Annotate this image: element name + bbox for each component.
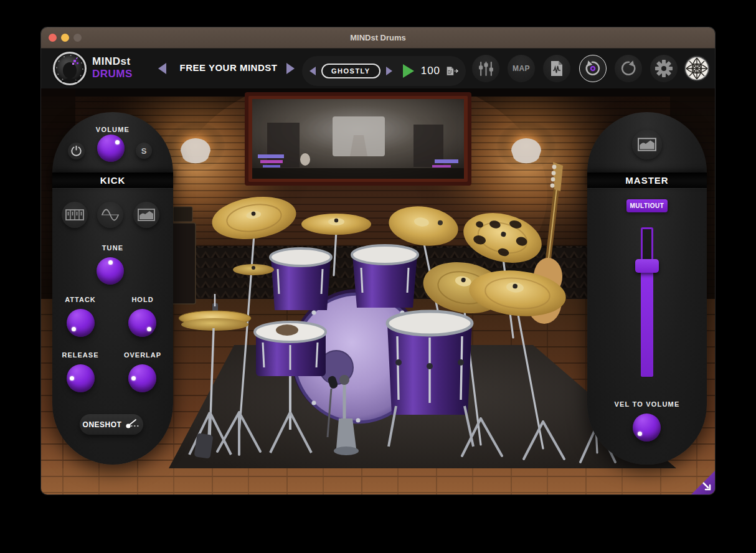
mixer-button[interactable]: [472, 55, 499, 82]
plugin-window: MINDst Drums MINDst DRUMS FREE YOUR MIND…: [41, 27, 715, 494]
envelope-button[interactable]: [133, 202, 159, 228]
power-icon: [71, 146, 82, 156]
undo-icon: [584, 60, 602, 77]
amp-cabinet: [171, 207, 196, 304]
studio-tv: [245, 92, 471, 186]
fader-thumb[interactable]: [635, 259, 659, 273]
titlebar: MINDst Drums: [41, 27, 715, 49]
kick-volume-knob[interactable]: [97, 135, 125, 162]
multiout-button[interactable]: MULTIOUT: [626, 199, 668, 212]
kick-overlap-knob[interactable]: [128, 364, 156, 392]
solo-label: S: [141, 146, 147, 156]
kick-attack-knob[interactable]: [67, 309, 95, 337]
master-envelope-button[interactable]: [632, 130, 662, 159]
kick-release-knob[interactable]: [67, 364, 95, 392]
kick-tune-knob[interactable]: [97, 257, 124, 285]
release-label: RELEASE: [52, 351, 108, 359]
groove-file-button[interactable]: [543, 55, 570, 82]
envelope-icon: [138, 209, 155, 221]
settings-gear-icon: [654, 59, 673, 78]
redo-icon: [620, 60, 637, 77]
kick-hold-knob[interactable]: [128, 309, 156, 337]
prev-preset-arrow[interactable]: [158, 63, 166, 74]
groove-file-icon: [550, 60, 564, 77]
splash-cymbal[interactable]: [233, 264, 274, 275]
rack-tom-1[interactable]: [270, 248, 331, 310]
map-label: MAP: [513, 64, 530, 73]
settings-button[interactable]: [650, 55, 678, 82]
preset-name[interactable]: FREE YOUR MINDST: [173, 62, 284, 73]
attack-label: ATTACK: [52, 296, 108, 303]
tune-label: TUNE: [52, 244, 173, 252]
solo-button[interactable]: S: [136, 143, 152, 159]
play-button[interactable]: [403, 64, 414, 78]
master-title-band: MASTER: [587, 173, 707, 188]
map-button[interactable]: MAP: [508, 55, 535, 82]
sine-wave-icon: [101, 208, 120, 222]
undo-button[interactable]: [579, 55, 607, 82]
transport-bar: GHOSTLY 100: [302, 56, 466, 86]
oneshot-label: ONESHOT: [83, 420, 122, 429]
master-panel: MASTER MULTIOUT VEL TO VOLUME: [587, 112, 707, 465]
next-kit-arrow[interactable]: [386, 67, 392, 75]
vel-to-volume-knob[interactable]: [633, 414, 661, 442]
master-volume-fader[interactable]: [641, 227, 653, 377]
next-preset-arrow[interactable]: [286, 63, 295, 74]
mindst-logo-icon: [53, 52, 87, 85]
wave-button[interactable]: [97, 202, 123, 228]
hold-label: HOLD: [115, 296, 171, 303]
mixer-icon: [478, 60, 494, 77]
vel-to-volume-label: VEL TO VOLUME: [587, 400, 707, 408]
envelope-icon: [638, 138, 656, 151]
window-title: MINDst Drums: [41, 27, 715, 49]
kit-name-pill[interactable]: GHOSTLY: [321, 64, 380, 78]
kick-title-band: KICK: [52, 173, 173, 188]
midi-export-icon[interactable]: [446, 62, 458, 80]
sequencer-grid-icon: [65, 209, 84, 220]
wall-lamp-left: [166, 121, 225, 171]
oneshot-button[interactable]: ONESHOT: [80, 414, 143, 435]
pattern-ball-button[interactable]: [684, 55, 710, 82]
pattern-ball-icon: [684, 56, 709, 81]
power-button[interactable]: [68, 143, 85, 159]
crash-cymbal-center[interactable]: [301, 214, 371, 235]
studio-scene: VOLUME S KICK: [41, 88, 715, 494]
rack-tom-2[interactable]: [352, 245, 418, 308]
brand-text: MINDst DRUMS: [92, 55, 133, 80]
wall-lamp-right: [496, 121, 556, 171]
kick-channel-panel: VOLUME S KICK: [52, 112, 173, 465]
sequencer-button[interactable]: [62, 202, 88, 228]
bpm-value[interactable]: 100: [421, 65, 440, 77]
redo-button[interactable]: [615, 55, 642, 82]
volume-label: VOLUME: [52, 126, 173, 133]
fader-fill: [641, 271, 653, 377]
oneshot-arrow-icon: [125, 419, 140, 430]
prev-kit-arrow[interactable]: [309, 67, 316, 75]
overlap-label: OVERLAP: [115, 351, 171, 359]
toolbar: MINDst DRUMS FREE YOUR MINDST GHOSTLY 10…: [41, 49, 715, 88]
